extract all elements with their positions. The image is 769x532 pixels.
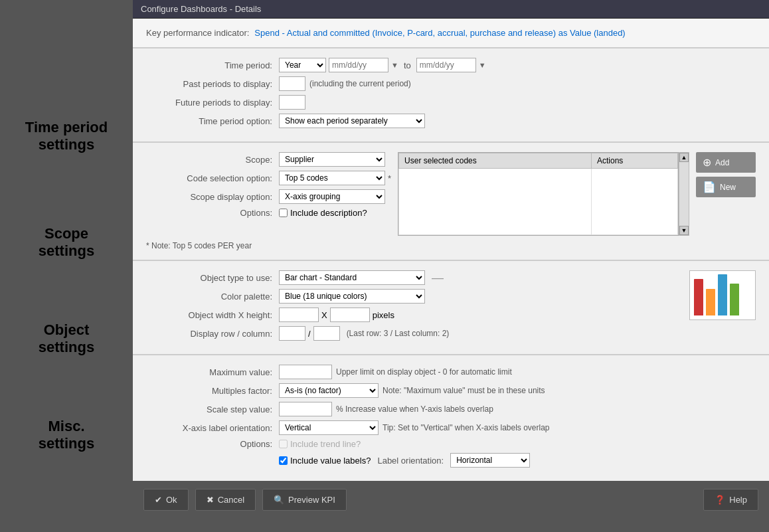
misc-section-label: Misc.settings bbox=[0, 379, 133, 491]
scope-options-row: Options: Include description? bbox=[146, 208, 391, 218]
codes-table-area: User selected codes Actions bbox=[398, 152, 689, 236]
time-period-section-label: Time periodsettings bbox=[0, 80, 133, 186]
dash-separator: — bbox=[432, 271, 444, 285]
max-val-row: Maximum value: 0 Upper limit on display … bbox=[146, 365, 756, 379]
codes-table: User selected codes Actions bbox=[398, 153, 678, 235]
codes-empty-row bbox=[399, 169, 678, 235]
new-button[interactable]: 📄 New bbox=[696, 177, 756, 197]
max-val-input[interactable]: 0 bbox=[279, 365, 332, 379]
width-input[interactable]: 1,000 bbox=[279, 308, 319, 322]
scale-input[interactable]: 10 bbox=[279, 402, 332, 416]
add-icon: ⊕ bbox=[703, 156, 711, 169]
label-orient-label: Label orientation: bbox=[377, 456, 444, 466]
scope-select[interactable]: Supplier Category GL Code Project bbox=[279, 152, 385, 167]
preview-icon: 🔍 bbox=[274, 495, 284, 505]
future-periods-row: Future periods to display: 0 bbox=[146, 95, 756, 110]
scope-disp-row: Scope display option: X-axis grouping Se… bbox=[146, 189, 391, 204]
trend-row: Include trend line? bbox=[279, 439, 361, 449]
ok-icon: ✔ bbox=[155, 495, 162, 505]
obj-type-label: Object type to use: bbox=[146, 273, 279, 283]
x-label: X bbox=[321, 310, 327, 320]
trend-checkbox[interactable] bbox=[279, 440, 288, 448]
max-val-label: Maximum value: bbox=[146, 367, 279, 377]
past-periods-input[interactable]: 3 bbox=[279, 76, 305, 91]
scrollbar-up[interactable]: ▲ bbox=[679, 153, 689, 162]
trend-label: Include trend line? bbox=[290, 439, 361, 449]
row-input[interactable]: 1 bbox=[279, 326, 305, 341]
object-section-label: Objectsettings bbox=[0, 299, 133, 379]
color-row: Color palette: Blue (18 unique colors) R… bbox=[146, 289, 676, 304]
cancel-button[interactable]: ✖ Cancel bbox=[195, 489, 256, 511]
scope-layout: Scope: Supplier Category GL Code Project… bbox=[146, 152, 756, 236]
object-layout: Object type to use: Bar chart - Standard… bbox=[146, 270, 756, 345]
scope-disp-select[interactable]: X-axis grouping Series grouping bbox=[279, 189, 385, 204]
last-info: (Last row: 3 / Last column: 2) bbox=[347, 329, 450, 338]
scope-form: Scope: Supplier Category GL Code Project… bbox=[146, 152, 391, 222]
pixels-label: pixels bbox=[373, 310, 394, 320]
scale-hint: % Increase value when Y-axis labels over… bbox=[336, 404, 493, 414]
kpi-row: Key performance indicator: Spend - Actua… bbox=[146, 28, 756, 38]
codes-table-wrapper: User selected codes Actions bbox=[398, 152, 679, 236]
obj-type-row: Object type to use: Bar chart - Standard… bbox=[146, 270, 676, 285]
time-period-label: Time period: bbox=[146, 60, 279, 70]
asterisk-marker: * bbox=[388, 173, 391, 183]
help-button[interactable]: ❓ Help bbox=[703, 489, 758, 511]
future-periods-input[interactable]: 0 bbox=[279, 95, 305, 110]
scope-label: Scope: bbox=[146, 155, 279, 165]
size-label: Object width X height: bbox=[146, 310, 279, 320]
mult-label: Multiples factor: bbox=[146, 386, 279, 396]
add-button[interactable]: ⊕ Add bbox=[696, 152, 756, 173]
time-option-label: Time period option: bbox=[146, 116, 279, 126]
footer: ✔ Ok ✖ Cancel 🔍 Preview KPI ❓ Help bbox=[133, 481, 769, 519]
scope-row: Scope: Supplier Category GL Code Project bbox=[146, 152, 391, 167]
height-input[interactable]: 500 bbox=[330, 308, 370, 322]
to-label: to bbox=[404, 60, 411, 70]
past-periods-label: Past periods to display: bbox=[146, 79, 279, 89]
include-desc-checkbox[interactable] bbox=[279, 209, 288, 217]
time-period-section: Time period: Year Quarter Month Week ▼ t… bbox=[133, 48, 769, 143]
date-from-input[interactable] bbox=[329, 58, 388, 72]
preview-label: Preview KPI bbox=[288, 495, 335, 505]
color-select[interactable]: Blue (18 unique colors) Red (18 unique c… bbox=[279, 289, 425, 304]
include-desc-row: Include description? bbox=[279, 208, 367, 218]
time-period-option-select[interactable]: Show each period separately Aggregate pe… bbox=[279, 114, 425, 128]
chart-bar-3 bbox=[718, 274, 727, 315]
past-periods-row: Past periods to display: 3 (including th… bbox=[146, 76, 756, 91]
scale-label: Scale step value: bbox=[146, 404, 279, 414]
content-area: Key performance indicator: Spend - Actua… bbox=[133, 19, 769, 481]
chart-bar-4 bbox=[730, 284, 739, 315]
misc-section: Maximum value: 0 Upper limit on display … bbox=[133, 355, 769, 481]
code-sel-select[interactable]: Top 5 codes Top 10 codes All codes User … bbox=[279, 171, 385, 185]
value-labels-group: Include value labels? Label orientation:… bbox=[279, 453, 530, 468]
title-bar: Configure Dashboards - Details bbox=[133, 0, 769, 19]
mult-hint: Note: "Maximum value" must be in these u… bbox=[383, 386, 545, 395]
codes-scrollbar[interactable]: ▲ ▼ bbox=[679, 152, 689, 236]
slash-label: / bbox=[308, 329, 311, 339]
asterisk-note: * Note: Top 5 codes PER year bbox=[146, 241, 756, 250]
date-arrow-to: ▼ bbox=[479, 61, 486, 69]
scrollbar-down[interactable]: ▼ bbox=[679, 226, 689, 235]
codes-col2-header: Actions bbox=[592, 153, 678, 169]
include-desc-label: Include description? bbox=[290, 208, 367, 218]
left-labels-panel: Time periodsettings Scopesettings Object… bbox=[0, 0, 133, 491]
time-period-controls: Year Quarter Month Week ▼ to ▼ bbox=[279, 58, 486, 72]
time-period-row: Time period: Year Quarter Month Week ▼ t… bbox=[146, 58, 756, 72]
ok-button[interactable]: ✔ Ok bbox=[143, 489, 189, 511]
scope-disp-label: Scope display option: bbox=[146, 192, 279, 202]
scope-section: Scope: Supplier Category GL Code Project… bbox=[133, 143, 769, 261]
date-to-input[interactable] bbox=[416, 58, 476, 72]
value-labels-checkbox[interactable] bbox=[279, 456, 288, 465]
mult-select[interactable]: As-is (no factor) Thousands Millions bbox=[279, 383, 379, 398]
dialog-title: Configure Dashboards - Details bbox=[141, 4, 261, 14]
preview-button[interactable]: 🔍 Preview KPI bbox=[262, 489, 347, 511]
xaxis-select[interactable]: Vertical Horizontal 45 degrees bbox=[279, 420, 379, 435]
label-orient-select[interactable]: Horizontal Vertical bbox=[450, 453, 530, 468]
obj-type-select[interactable]: Bar chart - Standard Bar chart - Stacked… bbox=[279, 270, 425, 285]
future-periods-label: Future periods to display: bbox=[146, 98, 279, 108]
footer-left: ✔ Ok ✖ Cancel 🔍 Preview KPI bbox=[143, 489, 347, 511]
time-period-select[interactable]: Year Quarter Month Week bbox=[279, 58, 326, 72]
add-label: Add bbox=[715, 158, 729, 167]
help-label: Help bbox=[729, 495, 747, 505]
col-input[interactable]: 1 bbox=[313, 326, 340, 341]
xaxis-row: X-axis label orientation: Vertical Horiz… bbox=[146, 420, 756, 435]
